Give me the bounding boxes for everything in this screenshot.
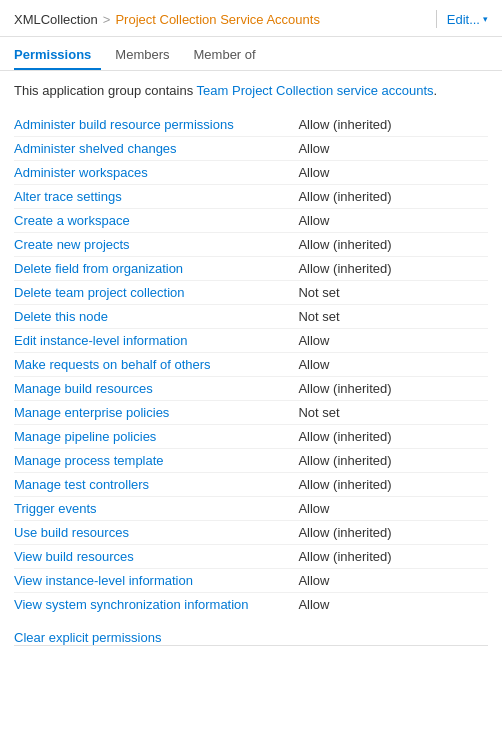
description-highlight: Team Project Collection service accounts	[197, 83, 434, 98]
permission-name[interactable]: Edit instance-level information	[14, 328, 298, 352]
header-divider	[436, 10, 437, 28]
tab-member-of[interactable]: Member of	[194, 41, 266, 70]
permission-name[interactable]: Use build resources	[14, 520, 298, 544]
table-row: Make requests on behalf of othersAllow	[14, 352, 488, 376]
table-row: Create a workspaceAllow	[14, 208, 488, 232]
permission-name[interactable]: Manage pipeline policies	[14, 424, 298, 448]
table-row: Delete field from organizationAllow (inh…	[14, 256, 488, 280]
table-row: Delete team project collectionNot set	[14, 280, 488, 304]
permission-name[interactable]: View system synchronization information	[14, 592, 298, 616]
permission-value: Not set	[298, 400, 488, 424]
permission-value: Allow	[298, 352, 488, 376]
permission-name[interactable]: Make requests on behalf of others	[14, 352, 298, 376]
permission-name[interactable]: Trigger events	[14, 496, 298, 520]
permission-value: Allow	[298, 496, 488, 520]
table-row: Administer shelved changesAllow	[14, 136, 488, 160]
permission-value: Allow (inherited)	[298, 472, 488, 496]
permission-name[interactable]: View build resources	[14, 544, 298, 568]
permission-name[interactable]: Create a workspace	[14, 208, 298, 232]
permission-value: Allow (inherited)	[298, 376, 488, 400]
table-row: Administer workspacesAllow	[14, 160, 488, 184]
permission-name[interactable]: Delete team project collection	[14, 280, 298, 304]
permission-value: Not set	[298, 304, 488, 328]
tabs-bar: Permissions Members Member of	[0, 41, 502, 71]
table-row: Administer build resource permissionsAll…	[14, 113, 488, 137]
permission-value: Allow	[298, 568, 488, 592]
breadcrumb-collection: XMLCollection	[14, 12, 98, 27]
edit-label: Edit...	[447, 12, 480, 27]
permission-name[interactable]: Manage test controllers	[14, 472, 298, 496]
permission-value: Allow (inherited)	[298, 544, 488, 568]
permission-value: Allow	[298, 136, 488, 160]
permission-value: Allow (inherited)	[298, 256, 488, 280]
permission-value: Allow (inherited)	[298, 424, 488, 448]
tab-permissions[interactable]: Permissions	[14, 41, 101, 70]
permission-value: Allow (inherited)	[298, 520, 488, 544]
permission-name[interactable]: Administer shelved changes	[14, 136, 298, 160]
permission-value: Allow (inherited)	[298, 448, 488, 472]
table-row: Use build resourcesAllow (inherited)	[14, 520, 488, 544]
table-row: Manage process templateAllow (inherited)	[14, 448, 488, 472]
table-row: Manage build resourcesAllow (inherited)	[14, 376, 488, 400]
breadcrumb: XMLCollection > Project Collection Servi…	[14, 12, 426, 27]
table-row: Trigger eventsAllow	[14, 496, 488, 520]
permission-name[interactable]: Administer build resource permissions	[14, 113, 298, 137]
permission-name[interactable]: Alter trace settings	[14, 184, 298, 208]
table-row: Create new projectsAllow (inherited)	[14, 232, 488, 256]
permission-name[interactable]: Create new projects	[14, 232, 298, 256]
table-row: View system synchronization informationA…	[14, 592, 488, 616]
table-row: Edit instance-level informationAllow	[14, 328, 488, 352]
permission-name[interactable]: Administer workspaces	[14, 160, 298, 184]
table-row: Delete this nodeNot set	[14, 304, 488, 328]
description-suffix: .	[434, 83, 438, 98]
table-row: View build resourcesAllow (inherited)	[14, 544, 488, 568]
permission-name[interactable]: Manage build resources	[14, 376, 298, 400]
permission-name[interactable]: Delete this node	[14, 304, 298, 328]
table-row: Manage enterprise policiesNot set	[14, 400, 488, 424]
footer-divider	[14, 645, 488, 646]
breadcrumb-separator: >	[103, 12, 111, 27]
table-row: Alter trace settingsAllow (inherited)	[14, 184, 488, 208]
permission-value: Not set	[298, 280, 488, 304]
page-header: XMLCollection > Project Collection Servi…	[0, 0, 502, 37]
permission-value: Allow (inherited)	[298, 232, 488, 256]
permission-value: Allow	[298, 328, 488, 352]
permission-value: Allow (inherited)	[298, 113, 488, 137]
permission-value: Allow	[298, 208, 488, 232]
chevron-down-icon: ▾	[483, 14, 488, 24]
permission-name[interactable]: View instance-level information	[14, 568, 298, 592]
permission-value: Allow	[298, 160, 488, 184]
permission-name[interactable]: Manage enterprise policies	[14, 400, 298, 424]
table-row: Manage test controllersAllow (inherited)	[14, 472, 488, 496]
clear-permissions-link[interactable]: Clear explicit permissions	[14, 630, 161, 645]
permissions-table: Administer build resource permissionsAll…	[14, 113, 488, 616]
permission-value: Allow (inherited)	[298, 184, 488, 208]
edit-button[interactable]: Edit... ▾	[447, 12, 488, 27]
breadcrumb-current: Project Collection Service Accounts	[115, 12, 319, 27]
permission-name[interactable]: Delete field from organization	[14, 256, 298, 280]
table-row: Manage pipeline policiesAllow (inherited…	[14, 424, 488, 448]
description-text: This application group contains Team Pro…	[14, 81, 488, 101]
permission-value: Allow	[298, 592, 488, 616]
table-row: View instance-level informationAllow	[14, 568, 488, 592]
main-content: This application group contains Team Pro…	[0, 71, 502, 656]
tab-members[interactable]: Members	[115, 41, 179, 70]
permission-name[interactable]: Manage process template	[14, 448, 298, 472]
description-prefix: This application group contains	[14, 83, 197, 98]
